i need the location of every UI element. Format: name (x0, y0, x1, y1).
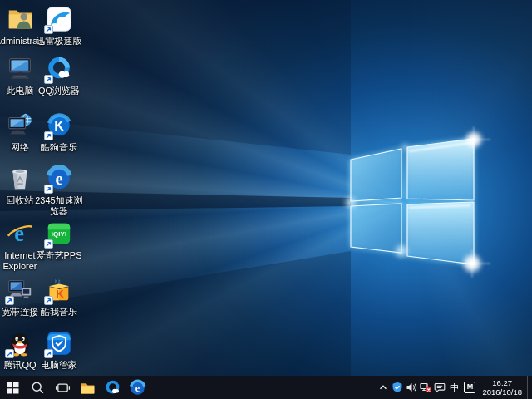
system-tray: 中 M 16:27 2016/10/18 (376, 376, 532, 399)
volume[interactable] (404, 376, 418, 399)
folder-icon (79, 379, 96, 397)
shortcut-arrow-badge (44, 239, 53, 249)
hidden-icons-chevron[interactable] (376, 376, 390, 399)
shortcut-arrow-badge (44, 349, 53, 358)
desktop-icon-kugou-music[interactable]: K酷狗音乐 (27, 111, 91, 153)
taskbar-buttons: e (0, 376, 150, 399)
svg-text:iQIYI: iQIYI (52, 230, 66, 238)
shortcut-arrow-badge (5, 349, 14, 358)
desktop-icon-kuwo-music[interactable]: ♪♪K酷我音乐 (27, 276, 91, 318)
shortcut-arrow-badge (44, 131, 53, 140)
e-sphere-small-icon: e (129, 379, 146, 397)
shortcut-arrow-badge (44, 25, 53, 34)
svg-text:K: K (54, 118, 64, 133)
chevron-up-icon (377, 382, 389, 393)
shortcut-arrow-badge (44, 185, 53, 194)
speaker-icon (406, 382, 417, 393)
desktop-icon-label: 酷我音乐 (41, 307, 77, 318)
qq-browser-icon (45, 55, 73, 83)
action-center[interactable] (432, 376, 446, 399)
desktop-icon-qq-browser[interactable]: QQ浏览器 (27, 55, 91, 96)
clock-time: 16:27 (482, 378, 522, 387)
ime-indicator[interactable]: M (464, 382, 475, 393)
kuwo-icon: ♪♪K (45, 276, 73, 304)
kugou-icon: K (45, 111, 73, 140)
qq-browser-small-icon (104, 379, 121, 397)
desktop-icon-pc-manager[interactable]: 电脑管家 (27, 329, 91, 371)
desktop-icon-label: 酷狗音乐 (41, 142, 77, 153)
network-x-icon (420, 382, 431, 393)
svg-text:K: K (56, 288, 64, 300)
iqiyi-icon: iQIYI (45, 219, 73, 248)
svg-text:e: e (135, 382, 140, 393)
shield-square-icon (45, 329, 73, 357)
task-view-icon (54, 379, 71, 397)
taskbar-clock[interactable]: 16:27 2016/10/18 (478, 378, 527, 397)
message-bubble-icon (434, 382, 446, 393)
language-indicator[interactable]: 中 (446, 382, 461, 394)
network-disconnected[interactable] (418, 376, 432, 399)
windows-logo-icon (4, 379, 22, 397)
qq-browser-button[interactable] (100, 376, 125, 399)
desktop-icon-label: 电脑管家 (41, 360, 77, 371)
desktop-icon-label: QQ浏览器 (38, 86, 80, 96)
desktop-icon-iqiyi-pps[interactable]: iQIYI爱奇艺PPS (27, 219, 91, 261)
search-icon (29, 379, 47, 397)
search-button[interactable] (25, 376, 50, 399)
shortcut-arrow-badge (44, 75, 53, 84)
shield-tray-icon (392, 382, 403, 393)
thunder-icon (45, 5, 73, 33)
desktop-icon-2345-browser[interactable]: e2345加速浏览器 (27, 165, 91, 217)
desktop-icon-xunlei-speed[interactable]: 迅雷极速版 (27, 5, 91, 47)
tray-icons (376, 376, 446, 399)
desktop-icon-label: 迅雷极速版 (37, 36, 82, 47)
e-sphere-icon: e (45, 165, 73, 193)
2345-browser-button[interactable]: e (125, 376, 150, 399)
svg-text:e: e (55, 169, 62, 188)
shortcut-arrow-badge (44, 296, 53, 305)
pc-manager-tray[interactable] (390, 376, 404, 399)
desktop-icon-label: 2345加速浏览器 (35, 195, 82, 217)
show-desktop-button[interactable] (527, 376, 532, 399)
svg-text:e: e (14, 221, 24, 246)
task-view-button[interactable] (50, 376, 75, 399)
windows-10-desktop: { "wallpaper": { "name": "windows-10-her… (0, 0, 532, 399)
taskbar: e 中 M 16:27 2016/10/18 (0, 376, 532, 399)
desktop-icon-label: 网络 (11, 142, 29, 153)
desktop-icon-grid: Administra...迅雷极速版此电脑QQ浏览器网络K酷狗音乐回收站e234… (0, 0, 532, 376)
clock-date: 2016/10/18 (482, 387, 522, 397)
start-button[interactable] (0, 376, 25, 399)
shortcut-arrow-badge (5, 296, 14, 305)
desktop-icon-label: 爱奇艺PPS (36, 250, 81, 261)
file-explorer-button[interactable] (75, 376, 100, 399)
